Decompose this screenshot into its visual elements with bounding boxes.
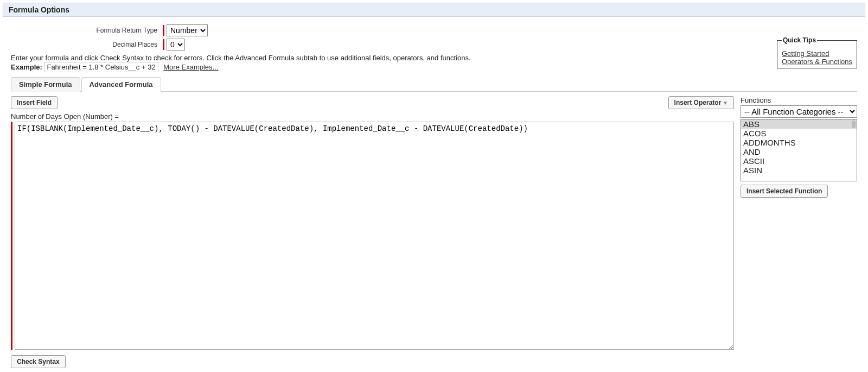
return-type-select[interactable]: Number bbox=[167, 24, 208, 36]
check-syntax-button[interactable]: Check Syntax bbox=[11, 355, 66, 368]
toolbar: Insert Field Insert Operator bbox=[11, 96, 734, 109]
required-indicator bbox=[163, 39, 164, 50]
editor-left: Insert Field Insert Operator Number of D… bbox=[11, 96, 734, 368]
return-type-row: Formula Return Type Number bbox=[11, 24, 857, 36]
functions-panel: Functions -- All Function Categories -- … bbox=[741, 96, 857, 368]
quick-tips-operators-link[interactable]: Operators & Functions bbox=[782, 58, 852, 66]
quick-tips-getting-started-link[interactable]: Getting Started bbox=[782, 49, 852, 58]
header-bar: Formula Options bbox=[3, 3, 865, 17]
tab-simple-formula[interactable]: Simple Formula bbox=[11, 77, 80, 92]
quick-tips-title: Quick Tips bbox=[782, 36, 817, 44]
scrollbar-thumb[interactable] bbox=[852, 121, 856, 128]
editor-area: Insert Field Insert Operator Number of D… bbox=[11, 96, 857, 368]
return-type-label: Formula Return Type bbox=[11, 27, 163, 34]
insert-field-button[interactable]: Insert Field bbox=[11, 96, 58, 109]
function-item-acos[interactable]: ACOS bbox=[741, 129, 857, 138]
example-row: Example: Fahrenheit = 1.8 * Celsius__c +… bbox=[11, 63, 857, 71]
insert-selected-function-button[interactable]: Insert Selected Function bbox=[741, 185, 828, 198]
function-list[interactable]: ABS ACOS ADDMONTHS AND ASCII ASIN bbox=[741, 119, 857, 181]
function-item-abs[interactable]: ABS bbox=[741, 119, 857, 129]
required-indicator bbox=[11, 122, 12, 350]
function-category-select[interactable]: -- All Function Categories -- bbox=[741, 105, 857, 118]
insert-operator-button[interactable]: Insert Operator bbox=[668, 96, 734, 109]
function-item-ascii[interactable]: ASCII bbox=[741, 156, 857, 166]
page-title: Formula Options bbox=[9, 5, 859, 14]
tabs: Simple Formula Advanced Formula bbox=[11, 77, 857, 92]
formula-field-label: Number of Days Open (Number) = bbox=[11, 112, 734, 121]
instruction-text: Enter your formula and click Check Synta… bbox=[11, 54, 857, 62]
decimal-select[interactable]: 0 bbox=[167, 39, 185, 51]
required-indicator bbox=[163, 25, 164, 36]
decimal-label: Decimal Places bbox=[11, 41, 163, 48]
more-examples-link[interactable]: More Examples... bbox=[163, 63, 218, 71]
tab-advanced-formula[interactable]: Advanced Formula bbox=[81, 77, 161, 92]
example-label: Example: bbox=[11, 63, 42, 71]
function-item-asin[interactable]: ASIN bbox=[741, 166, 857, 175]
content-area: Quick Tips Getting Started Operators & F… bbox=[0, 17, 868, 372]
quick-tips-box: Quick Tips Getting Started Operators & F… bbox=[777, 36, 857, 68]
formula-textarea[interactable] bbox=[15, 122, 734, 350]
example-code: Fahrenheit = 1.8 * Celsius__c + 32 bbox=[44, 62, 158, 72]
functions-label: Functions bbox=[741, 96, 857, 104]
function-item-and[interactable]: AND bbox=[741, 147, 857, 156]
function-item-addmonths[interactable]: ADDMONTHS bbox=[741, 138, 857, 147]
decimal-row: Decimal Places 0 bbox=[11, 39, 857, 51]
